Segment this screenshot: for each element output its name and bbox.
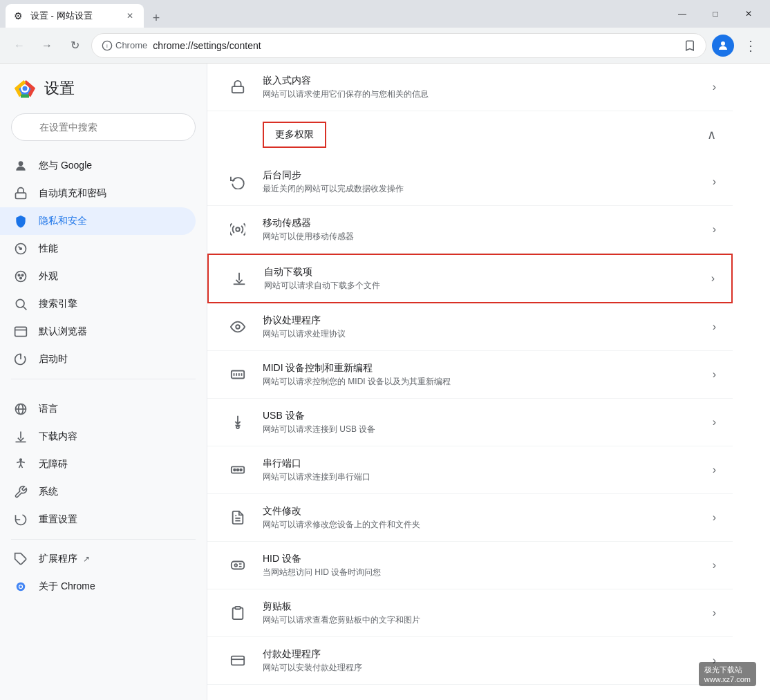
sidebar-item-performance[interactable]: 性能 bbox=[0, 235, 196, 263]
active-tab[interactable]: ⚙ 设置 - 网站设置 ✕ bbox=[6, 4, 144, 28]
sidebar-item-extensions[interactable]: 扩展程序 ↗ bbox=[0, 545, 196, 573]
minimize-button[interactable]: — bbox=[666, 3, 698, 25]
svg-point-31 bbox=[236, 227, 240, 231]
maximize-button[interactable]: □ bbox=[699, 3, 731, 25]
svg-point-33 bbox=[236, 325, 240, 329]
hid-icon bbox=[224, 551, 252, 579]
more-permissions-section: 更多权限 ∧ bbox=[207, 111, 733, 158]
file-edit-icon bbox=[224, 504, 252, 531]
sidebar-label-performance: 性能 bbox=[39, 243, 58, 255]
auto-download-name: 自动下载项 bbox=[264, 266, 700, 278]
motion-sensors-name: 移动传感器 bbox=[263, 217, 702, 229]
search-icon-nav bbox=[14, 297, 28, 311]
back-button[interactable]: ← bbox=[8, 35, 30, 57]
chrome-menu-button[interactable]: ⋮ bbox=[740, 35, 762, 57]
usb-icon bbox=[224, 408, 252, 436]
content-area: 嵌入式内容 网站可以请求使用它们保存的与您相关的信息 › 更多权限 ∧ bbox=[207, 64, 770, 700]
payment-handlers-item[interactable]: 付款处理程序 网站可以安装付款处理程序 › bbox=[207, 637, 733, 685]
protocol-handlers-item[interactable]: 协议处理程序 网站可以请求处理协议 › bbox=[207, 303, 733, 351]
svg-rect-18 bbox=[15, 327, 27, 336]
address-omnibox[interactable]: i Chrome chrome://settings/content bbox=[91, 33, 706, 58]
sidebar-item-google-account[interactable]: 您与 Google bbox=[0, 152, 196, 180]
watermark-line1: 极光下载站 bbox=[704, 665, 751, 675]
svg-point-42 bbox=[237, 469, 239, 471]
motion-sensors-item[interactable]: 移动传感器 网站可以使用移动传感器 › bbox=[207, 206, 733, 254]
serial-port-text: 串行端口 网站可以请求连接到串行端口 bbox=[252, 457, 713, 483]
close-button[interactable]: ✕ bbox=[733, 3, 764, 25]
sidebar-item-privacy[interactable]: 隐私和安全 bbox=[0, 207, 196, 235]
sidebar-label-extensions: 扩展程序 bbox=[39, 553, 77, 565]
midi-devices-item[interactable]: MIDI 设备控制和重新编程 网站可以请求控制您的 MIDI 设备以及为其重新编… bbox=[207, 351, 733, 399]
sidebar-item-autofill[interactable]: 自动填充和密码 bbox=[0, 180, 196, 207]
svg-point-15 bbox=[20, 277, 22, 279]
auto-download-item[interactable]: 自动下载项 网站可以请求自动下载多个文件 › bbox=[207, 254, 733, 303]
svg-point-25 bbox=[20, 459, 22, 461]
url-text: chrome://settings/content bbox=[153, 40, 261, 51]
clipboard-arrow: › bbox=[713, 607, 716, 619]
clipboard-item[interactable]: 剪贴板 网站可以请求查看您剪贴板中的文字和图片 › bbox=[207, 589, 733, 637]
embedded-content-item[interactable]: 嵌入式内容 网站可以请求使用它们保存的与您相关的信息 › bbox=[207, 64, 733, 111]
auto-download-text: 自动下载项 网站可以请求自动下载多个文件 bbox=[253, 266, 711, 292]
settings-list: 嵌入式内容 网站可以请求使用它们保存的与您相关的信息 › 更多权限 ∧ bbox=[207, 64, 733, 685]
clipboard-text: 剪贴板 网站可以请求查看您剪贴板中的文字和图片 bbox=[252, 600, 713, 626]
usb-devices-item[interactable]: USB 设备 网站可以请求连接到 USB 设备 › bbox=[207, 399, 733, 446]
background-sync-item[interactable]: 后台同步 最近关闭的网站可以完成数据收发操作 › bbox=[207, 158, 733, 206]
download-icon bbox=[225, 265, 253, 292]
serial-icon bbox=[224, 456, 252, 484]
auto-download-desc: 网站可以请求自动下载多个文件 bbox=[264, 280, 700, 292]
bookmark-icon[interactable] bbox=[684, 39, 696, 52]
sidebar-label-privacy: 隐私和安全 bbox=[39, 215, 87, 227]
chrome-about-icon bbox=[14, 580, 28, 594]
sidebar-label-downloads: 下载内容 bbox=[39, 431, 77, 443]
tab-close-button[interactable]: ✕ bbox=[124, 10, 135, 21]
sidebar-item-default-browser[interactable]: 默认浏览器 bbox=[0, 318, 196, 346]
svg-point-43 bbox=[240, 469, 242, 471]
accessibility-icon bbox=[14, 457, 28, 471]
eye-icon bbox=[224, 313, 252, 341]
sidebar-item-about[interactable]: 关于 Chrome bbox=[0, 573, 196, 600]
svg-point-12 bbox=[16, 272, 26, 282]
sidebar-item-system[interactable]: 系统 bbox=[0, 478, 196, 506]
sidebar-item-reset[interactable]: 重置设置 bbox=[0, 506, 196, 533]
sync-icon bbox=[224, 168, 252, 196]
more-permissions-box[interactable]: 更多权限 bbox=[263, 122, 326, 148]
svg-rect-9 bbox=[16, 193, 26, 198]
puzzle-icon bbox=[14, 552, 28, 566]
svg-point-13 bbox=[18, 274, 20, 276]
sidebar-item-startup[interactable]: 启动时 bbox=[0, 346, 196, 373]
background-sync-text: 后台同步 最近关闭的网站可以完成数据收发操作 bbox=[252, 169, 713, 195]
serial-port-arrow: › bbox=[713, 464, 716, 476]
sidebar-label-accessibility: 无障碍 bbox=[39, 458, 68, 471]
sidebar-item-appearance[interactable]: 外观 bbox=[0, 263, 196, 290]
sidebar-label-startup: 启动时 bbox=[39, 353, 68, 366]
sidebar-item-downloads[interactable]: 下载内容 bbox=[0, 423, 196, 451]
globe-icon bbox=[14, 402, 28, 416]
sidebar-item-language[interactable]: 语言 bbox=[0, 395, 196, 423]
content-inner: 嵌入式内容 网站可以请求使用它们保存的与您相关的信息 › 更多权限 ∧ bbox=[207, 64, 733, 685]
reload-button[interactable]: ↻ bbox=[64, 35, 86, 57]
forward-button[interactable]: → bbox=[36, 35, 58, 57]
serial-port-item[interactable]: 串行端口 网站可以请求连接到串行端口 › bbox=[207, 446, 733, 494]
file-edit-text: 文件修改 网站可以请求修改您设备上的文件和文件夹 bbox=[252, 505, 713, 531]
file-edit-arrow: › bbox=[713, 511, 716, 524]
sidebar-search-input[interactable] bbox=[11, 113, 196, 141]
midi-devices-name: MIDI 设备控制和重新编程 bbox=[263, 362, 702, 375]
sidebar-title: 设置 bbox=[44, 78, 75, 99]
security-indicator: i Chrome bbox=[102, 40, 147, 51]
embedded-content-text: 嵌入式内容 网站可以请求使用它们保存的与您相关的信息 bbox=[252, 75, 713, 100]
new-tab-button[interactable]: + bbox=[147, 8, 166, 28]
profile-button[interactable] bbox=[712, 35, 734, 57]
hid-devices-desc: 当网站想访问 HID 设备时询问您 bbox=[263, 567, 702, 578]
usb-devices-arrow: › bbox=[713, 416, 716, 428]
payment-handlers-text: 付款处理程序 网站可以安装付款处理程序 bbox=[252, 648, 713, 674]
svg-point-11 bbox=[20, 248, 22, 250]
tab-title: 设置 - 网站设置 bbox=[30, 10, 119, 22]
svg-rect-30 bbox=[232, 86, 244, 93]
sidebar-item-search-engine[interactable]: 搜索引擎 bbox=[0, 290, 196, 318]
protocol-handlers-desc: 网站可以请求处理协议 bbox=[263, 328, 702, 340]
file-edit-item[interactable]: 文件修改 网站可以请求修改您设备上的文件和文件夹 › bbox=[207, 494, 733, 542]
sidebar-item-accessibility[interactable]: 无障碍 bbox=[0, 451, 196, 478]
shield-icon bbox=[14, 214, 28, 228]
hid-devices-item[interactable]: HID 设备 当网站想访问 HID 设备时询问您 › bbox=[207, 542, 733, 589]
main-content: 设置 🔍 您与 Google 自动填充和密码 bbox=[0, 64, 770, 700]
